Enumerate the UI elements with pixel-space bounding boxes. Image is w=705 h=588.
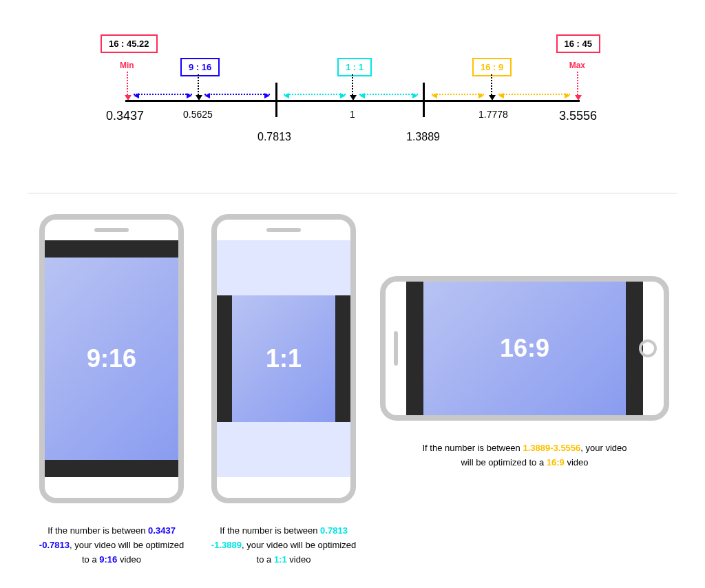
val-b1: 0.7813 <box>257 131 291 143</box>
max-ratio-box: 16 : 45 <box>556 34 600 53</box>
caption-text: video <box>117 554 141 565</box>
phone-169-col: 16:9 If the number is between 1.3889-3.5… <box>380 214 669 470</box>
max-label: Max <box>569 61 585 70</box>
home-button-icon <box>639 339 657 357</box>
phone-11-col: 1:1 If the number is between 0.7813 -1.3… <box>208 214 359 567</box>
letterbox-bar <box>45 240 178 258</box>
caption-ratio: 1:1 <box>274 554 287 565</box>
blank-bar <box>217 422 350 477</box>
val-b2: 1.3889 <box>406 131 440 143</box>
val-max: 3.5556 <box>559 109 597 123</box>
phone-916: 9:16 <box>39 214 184 503</box>
letterbox-bar <box>45 460 178 477</box>
phone-11: 1:1 <box>211 214 356 503</box>
val-169: 1.7778 <box>478 109 508 120</box>
screen-11: 1:1 <box>232 295 335 422</box>
number-line: 16 : 45.22 16 : 45 Min Max 9 : 16 1 : 1 … <box>91 34 614 158</box>
range-arrow-cyan-right <box>359 94 418 95</box>
caption-ratio: 9:16 <box>99 554 117 565</box>
ratio-916-drop-arrow <box>198 74 199 95</box>
range-arrow-blue-right <box>204 94 270 95</box>
val-916: 0.5625 <box>183 109 213 120</box>
caption-range: 1.3889-3.5556 <box>523 443 580 453</box>
val-min: 0.3437 <box>106 109 144 123</box>
speaker-icon <box>94 228 129 232</box>
pillarbox-bar <box>335 295 350 422</box>
range-arrow-yellow-left <box>432 94 484 95</box>
ratio-169-box: 16 : 9 <box>472 58 512 76</box>
range-arrow-blue-left <box>134 94 192 95</box>
pillarbox-bar <box>406 282 423 415</box>
diagram-container: 16 : 45.22 16 : 45 Min Max 9 : 16 1 : 1 … <box>0 0 705 567</box>
caption-text: If the number is between <box>422 443 520 453</box>
screen-169: 16:9 <box>423 282 626 415</box>
min-drop-arrow <box>127 72 128 95</box>
tick-b1 <box>275 83 277 117</box>
caption-text: video <box>287 554 311 565</box>
ratio-169-drop-arrow <box>491 74 492 95</box>
caption-ratio: 16:9 <box>547 457 565 468</box>
axis-line <box>125 100 580 102</box>
pillarbox-bar <box>217 295 232 422</box>
min-label: Min <box>120 61 134 70</box>
screen-916: 9:16 <box>45 258 178 460</box>
caption-text: If the number is between <box>220 525 317 536</box>
tick-b2 <box>423 83 425 117</box>
caption-916: If the number is between 0.3437 -0.7813,… <box>36 524 187 567</box>
max-drop-arrow <box>577 72 578 95</box>
caption-11: If the number is between 0.7813 -1.3889,… <box>208 524 359 567</box>
phone-169: 16:9 <box>380 276 669 421</box>
range-arrow-cyan-left <box>284 94 346 95</box>
caption-text: video <box>565 457 589 468</box>
ratio-916-box: 9 : 16 <box>180 58 220 76</box>
caption-text: If the number is between <box>48 525 145 536</box>
caption-169: If the number is between 1.3889-3.5556, … <box>421 441 628 470</box>
speaker-icon <box>266 228 301 232</box>
ratio-11-drop-arrow <box>352 74 353 95</box>
min-ratio-box: 16 : 45.22 <box>101 34 158 53</box>
phones-row: 9:16 If the number is between 0.3437 -0.… <box>14 214 691 567</box>
ratio-11-box: 1 : 1 <box>337 58 372 76</box>
phone-916-col: 9:16 If the number is between 0.3437 -0.… <box>36 214 187 567</box>
val-11: 1 <box>350 109 355 120</box>
range-arrow-yellow-right <box>498 94 570 95</box>
divider <box>28 193 677 193</box>
speaker-icon <box>394 331 398 366</box>
blank-bar <box>217 240 350 295</box>
